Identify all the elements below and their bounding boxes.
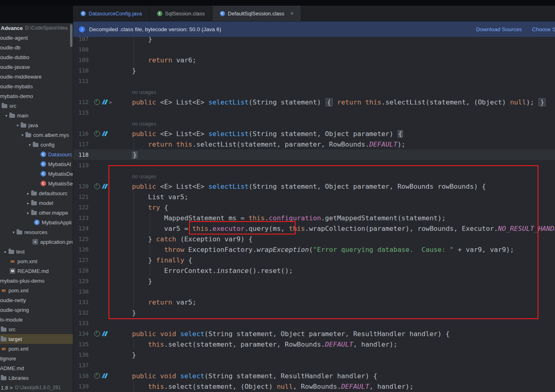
code-text[interactable]: } [114,151,138,159]
line-number[interactable]: 135 [73,341,89,347]
line-number[interactable]: 107 [73,37,89,42]
line-number[interactable]: 132 [73,309,89,316]
code-line[interactable]: 120public <E> List<E> selectList(String … [73,181,555,192]
line-number[interactable]: 126 [73,246,89,253]
tree-item[interactable]: oudle-spring [0,305,73,315]
code-line[interactable]: 110} [73,65,555,76]
code-line[interactable]: 116public <E> List<E> selectList(String … [73,128,555,139]
override-icon[interactable] [94,99,100,105]
line-number[interactable]: 119 [73,162,89,168]
line-number[interactable]: 133 [73,320,89,326]
code-line[interactable]: 112>public <E> List<E> selectList(String… [73,97,555,107]
line-number[interactable]: 108 [73,46,89,53]
line-number[interactable]: 109 [73,57,89,63]
chevron-down-icon[interactable]: ▾ [15,123,21,128]
tree-item[interactable]: MREADME.md [0,266,73,276]
tree-item[interactable]: ▾resources [0,227,73,237]
code-line[interactable]: 118} [73,149,555,160]
tree-item[interactable]: ▾java [0,120,73,130]
code-line[interactable]: 124 var5 = this.executor.query(ms, this.… [73,223,555,234]
tree-item[interactable]: ls-module [0,315,73,324]
code-text[interactable]: no usages [114,172,156,180]
line-number[interactable]: 121 [73,194,89,200]
code-text[interactable]: return this.selectList(statement, parame… [114,141,406,148]
tree-item[interactable]: CDatasourc [0,149,73,159]
chevron-down-icon[interactable]: ▾ [3,113,9,118]
code-text[interactable]: } finally { [114,256,192,264]
line-number[interactable]: 111 [73,78,89,84]
tree-item[interactable]: ADME.md [0,363,73,373]
code-line[interactable]: 138public void select(String statement, … [73,371,555,381]
chevron-right-icon[interactable]: ▸ [2,249,9,254]
tree-item[interactable]: mybatis-plus-demo [0,276,73,285]
tree-item[interactable]: oudle-dubbo [0,52,73,62]
code-line[interactable]: 108 [73,44,555,55]
tree-item[interactable]: mpom.xml [0,256,73,266]
tree-item[interactable]: 1.8 >D:\Java\jdk1.8.0_291 [0,383,73,392]
line-number[interactable]: 122 [73,204,89,211]
code-line[interactable]: 122 try { [73,202,555,213]
tree-item[interactable]: CMybatisDe [0,169,73,179]
code-line[interactable]: no usages [73,170,555,181]
tree-item[interactable]: ▸test [0,247,73,256]
tree-item[interactable]: ▸other.mappe [0,208,73,217]
tree-item[interactable]: CMybatisSe [0,179,73,188]
code-text[interactable]: } catch (Exception var9) { [114,235,253,243]
code-text[interactable]: no usages [114,88,156,96]
code-text[interactable]: public <E> List<E> selectList(String sta… [114,98,546,106]
code-text[interactable]: no usages [114,119,156,127]
code-line[interactable]: 126 throw ExceptionFactory.wrapException… [73,244,555,255]
code-text[interactable]: List var5; [114,193,188,201]
line-number[interactable]: 134 [73,330,89,337]
tree-item[interactable]: oudle-middleware [0,72,73,81]
tree-item[interactable]: oudle-javase [0,62,73,72]
code-line[interactable]: 127 } finally { [73,255,555,265]
chevron-right-icon[interactable]: ▸ [25,191,31,196]
code-line[interactable]: 135 this.select(statement, parameter, Ro… [73,339,555,349]
code-line[interactable]: 134public void select(String statement, … [73,328,555,339]
line-number[interactable]: 112 [73,99,89,105]
tree-item[interactable]: oudle-db [0,43,73,52]
editor-tab[interactable]: ISqlSession.class [150,6,213,21]
chevron-down-icon[interactable]: ▾ [27,143,33,147]
duplicate-code-icon[interactable] [102,331,108,336]
tree-item[interactable]: mybatis-demo [0,91,73,101]
line-number[interactable]: 139 [73,383,89,390]
code-text[interactable]: try { [114,204,168,211]
close-icon[interactable]: × [290,10,293,17]
line-number[interactable]: 124 [73,225,89,232]
code-text[interactable]: public void select(String statement, Res… [114,372,377,380]
code-text[interactable]: var5 = this.executor.query(ms, this.wrap… [114,225,555,232]
code-line[interactable]: 131 return var5; [73,297,555,307]
code-text[interactable]: this.select(statement, (Object) null, Ro… [114,383,413,390]
chevron-down-icon[interactable]: ▾ [19,133,26,137]
chevron-right-icon[interactable]: ▸ [25,211,31,215]
tree-item[interactable]: ▾main [0,111,73,120]
chevron-down-icon[interactable]: ▾ [11,230,17,234]
code-line[interactable]: 109 return var6; [73,55,555,65]
line-number[interactable]: 127 [73,257,89,263]
duplicate-code-icon[interactable] [102,184,108,189]
tree-item[interactable]: src [0,324,73,334]
line-number[interactable]: 131 [73,299,89,305]
tree-item[interactable]: ▸model [0,198,73,208]
line-number[interactable]: 136 [73,352,89,358]
code-line[interactable]: 137 [73,360,555,371]
line-number[interactable]: 129 [73,278,89,284]
tree-scrollbar[interactable] [70,24,72,47]
editor-tab[interactable]: CDatasourceConfig.java [73,6,150,21]
override-icon[interactable] [94,331,100,337]
code-text[interactable]: } [114,67,136,75]
code-text[interactable]: this.select(statement, parameter, RowBou… [114,341,398,348]
tree-item[interactable]: ▸defaultsourc [0,188,73,198]
tree-item[interactable]: ≡application.prop [0,237,73,247]
tree-item[interactable]: tignore [0,354,73,363]
code-line[interactable]: 129 } [73,276,555,286]
tree-item[interactable]: oudle-agent [0,33,73,43]
line-number[interactable]: 110 [73,67,89,74]
code-line[interactable]: 130 [73,286,555,297]
line-number[interactable]: 125 [73,236,89,242]
code-line[interactable]: 117 return this.selectList(statement, pa… [73,139,555,149]
line-number[interactable]: 116 [73,130,89,137]
code-line[interactable]: 139 this.select(statement, (Object) null… [73,381,555,392]
